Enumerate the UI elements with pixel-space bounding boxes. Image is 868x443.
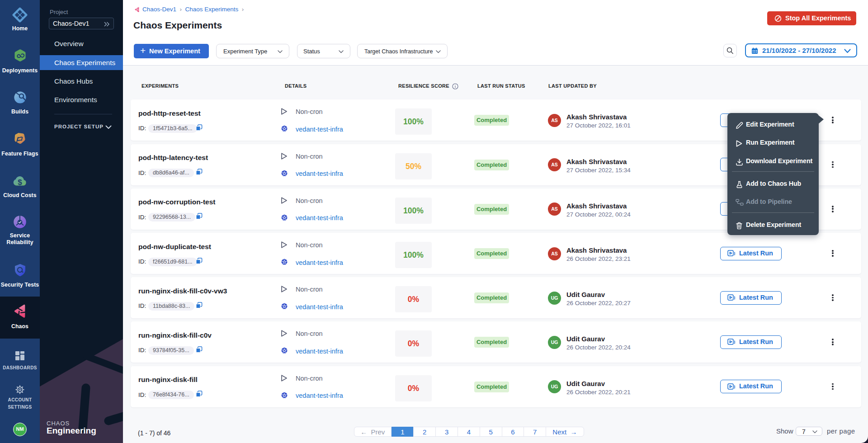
svg-text:$: $ [18, 178, 22, 187]
